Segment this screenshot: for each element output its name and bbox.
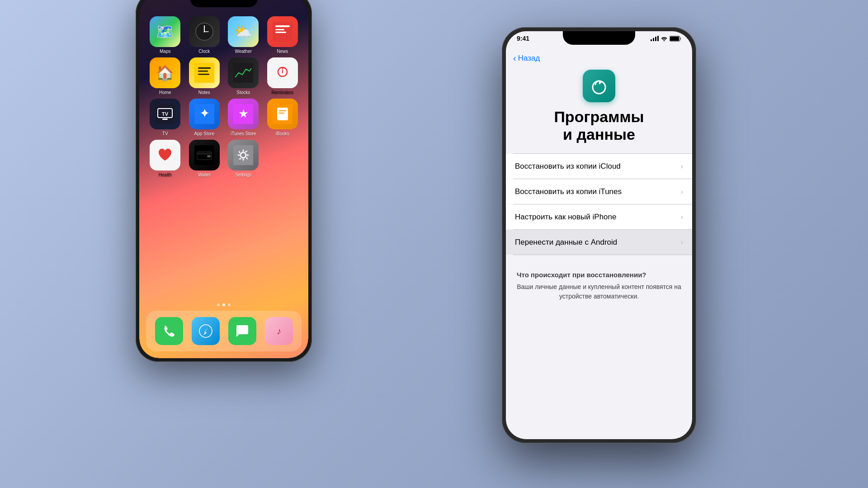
home-label: Home [159,90,171,95]
svg-rect-33 [207,155,211,157]
chevron-icon-2: › [681,188,683,196]
tv-label: TV [162,131,168,136]
app-weather[interactable]: ⛅ Weather [226,16,261,54]
app-appstore[interactable]: ✦ App Store [187,99,222,136]
svg-text:✦: ✦ [199,106,209,120]
bar-3 [655,37,656,41]
ibooks-label: iBooks [276,131,289,136]
back-chevron-icon: ‹ [513,53,516,63]
app-notes[interactable]: Notes [187,57,222,95]
app-settings[interactable]: Settings [226,140,261,177]
signal-icon [651,36,659,41]
menu-item-itunes[interactable]: Восстановить из копии iTunes › [506,179,692,204]
chevron-icon-3: › [681,213,683,221]
notes-icon [189,57,220,88]
wallet-label: Wallet [198,172,210,177]
svg-rect-19 [162,118,168,120]
menu-item-icloud[interactable]: Восстановить из копии iCloud › [506,154,692,179]
news-label: News [277,49,288,54]
stocks-icon [228,57,259,88]
status-bar: 9:41 [506,35,692,42]
chevron-icon-4: › [681,238,683,246]
appstore-icon: ✦ [189,99,220,129]
clock-label: Clock [198,49,210,54]
title-line1: Программы [506,108,692,126]
app-reminders[interactable]: Reminders [265,57,301,95]
menu-item-new-iphone[interactable]: Настроить как новый iPhone › [506,204,692,229]
bar-1 [651,39,652,41]
back-label: Назад [518,54,540,63]
app-maps[interactable]: 🗺️ Maps [147,16,183,54]
ibooks-icon [267,99,298,129]
app-home[interactable]: 🏠 Home [147,57,183,95]
app-health[interactable]: Health [147,140,183,177]
app-tv[interactable]: TV TV [147,99,183,136]
tv-icon: TV [150,99,180,129]
dock-phone[interactable] [155,317,183,345]
title-line2: и данные [506,126,692,143]
app-itunes[interactable]: ★ iTunes Store [226,99,261,136]
wifi-icon [660,36,668,41]
dot-2 [222,303,225,306]
home-icon: 🏠 [150,57,180,88]
svg-rect-34 [233,145,253,165]
status-icons [651,36,681,42]
svg-rect-15 [282,67,283,69]
dock-safari[interactable] [192,317,220,345]
iphone-settings-device: 9:41 [502,27,696,443]
settings-page-title: Программы и данные [506,108,692,143]
nav-back-button[interactable]: ‹ Назад [513,53,540,63]
iphone-x-device: 🗺️ Maps Clock ⛅ [136,0,312,362]
itunes-icon: ★ [228,99,259,129]
dock: ♪ [146,311,302,351]
svg-text:★: ★ [238,107,249,120]
empty-slot [267,140,298,171]
app-empty [265,140,301,177]
svg-point-39 [664,40,665,42]
svg-rect-10 [198,71,208,72]
divider-4 [513,255,692,255]
info-section: Что происходит при восстановлении? Ваши … [506,262,692,310]
app-restore-icon [583,70,615,102]
itunes-label: iTunes Store [231,131,256,136]
maps-label: Maps [160,49,170,54]
wallet-icon [189,140,220,171]
reminders-label: Reminders [272,90,293,95]
app-clock[interactable]: Clock [187,16,222,54]
page-indicator [139,303,308,306]
app-stocks[interactable]: Stocks [226,57,261,95]
menu-item-new-label: Настроить как новый iPhone [515,213,616,222]
menu-item-icloud-label: Восстановить из копии iCloud [515,162,621,171]
menu-item-android[interactable]: Перенести данные с Android › [506,230,692,255]
maps-icon: 🗺️ [150,16,180,47]
dock-messages[interactable] [228,317,256,345]
iphone-x-screen: 🗺️ Maps Clock ⛅ [139,0,308,358]
app-news[interactable]: News [265,16,301,54]
info-title: Что происходит при восстановлении? [517,271,681,279]
svg-rect-7 [275,32,286,33]
news-icon [267,16,298,47]
svg-rect-28 [279,113,284,114]
svg-rect-9 [198,67,211,69]
app-ibooks[interactable]: iBooks [265,99,301,136]
app-wallet[interactable]: Wallet [187,140,222,177]
info-text: Ваши личные данные и купленный контент п… [517,282,681,301]
menu-item-itunes-label: Восстановить из копии iTunes [515,187,622,196]
status-time: 9:41 [517,35,529,42]
menu-item-android-label: Перенести данные с Android [515,238,617,247]
bar-2 [653,38,654,41]
weather-label: Weather [235,49,252,54]
svg-rect-32 [197,152,212,155]
reminders-icon [267,57,298,88]
background [0,0,868,488]
svg-rect-30 [194,145,214,165]
settings-label: Settings [235,172,251,177]
bar-4 [657,36,659,41]
settings-icon [228,140,259,171]
svg-text:♪: ♪ [277,326,281,336]
dot-3 [228,303,231,306]
svg-rect-27 [279,110,286,111]
dock-music[interactable]: ♪ [265,317,293,345]
svg-rect-5 [275,25,290,27]
notes-label: Notes [198,90,210,95]
